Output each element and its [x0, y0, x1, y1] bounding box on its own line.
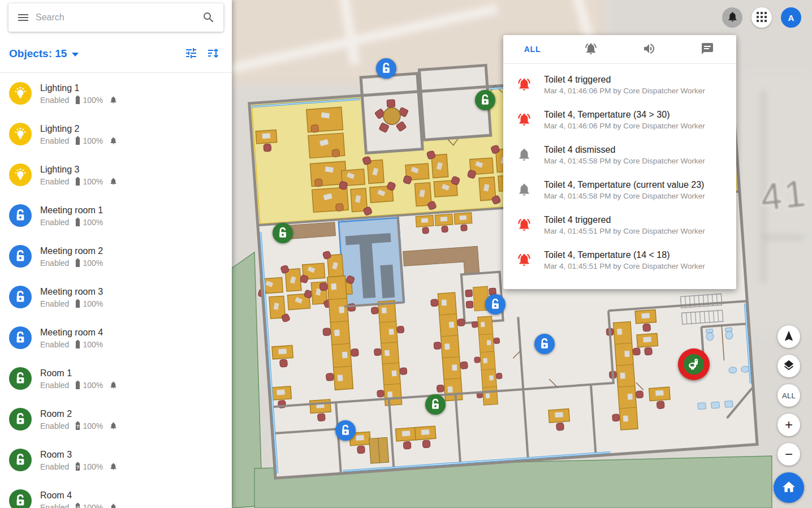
- menu-icon[interactable]: [16, 11, 30, 24]
- map-marker-toilet-alarm[interactable]: [678, 348, 710, 380]
- avatar[interactable]: A: [781, 7, 801, 28]
- list-item-lighting-3[interactable]: Lighting 3 Enabled100%: [0, 154, 232, 195]
- objects-count-dropdown[interactable]: Objects: 15: [9, 48, 79, 60]
- navigation-arrow-icon: [783, 330, 795, 344]
- list-item-meeting-room-4[interactable]: Meeting room 4 Enabled100%: [0, 317, 232, 358]
- objects-header: Objects: 15: [0, 41, 232, 67]
- lock-open-icon: [9, 326, 32, 349]
- notifications-button[interactable]: [722, 7, 742, 28]
- apps-grid-button[interactable]: [751, 7, 772, 28]
- list-item-lighting-1[interactable]: Lighting 1 Enabled100%: [0, 73, 232, 114]
- chevron-down-icon: [72, 53, 79, 57]
- home-button[interactable]: [774, 472, 804, 503]
- battery-icon: [75, 218, 81, 227]
- home-icon: [781, 480, 796, 496]
- search-icon[interactable]: [202, 11, 215, 24]
- bell-icon: [727, 11, 738, 24]
- bell-icon: [517, 182, 532, 197]
- battery-icon: [75, 96, 81, 105]
- list-item-meeting-room-2[interactable]: Meeting room 2 Enabled100%: [0, 236, 232, 277]
- notifications-tabs: ALL: [503, 35, 736, 64]
- alarm-bell-icon: [517, 252, 532, 267]
- alarm-bell-icon: [517, 112, 532, 127]
- lock-open-icon: [9, 245, 32, 268]
- map-marker-lock-open-blue[interactable]: [485, 294, 506, 315]
- volume-icon: [642, 42, 656, 57]
- sort-icon: [206, 53, 220, 62]
- lock-open-icon: [9, 367, 32, 390]
- map-marker-lock-open-green[interactable]: [475, 90, 495, 110]
- compass-button[interactable]: [778, 325, 800, 348]
- notification-item[interactable]: Toilet 4, Tempertature (34 > 30)Mar 4, 0…: [503, 102, 736, 137]
- battery-icon: [75, 259, 81, 268]
- battery-icon: [75, 177, 81, 186]
- sort-button[interactable]: [206, 46, 221, 61]
- battery-unknown-icon: [75, 462, 81, 471]
- lightbulb-icon: [9, 82, 32, 105]
- tab-messages[interactable]: [678, 35, 736, 63]
- layers-button[interactable]: [778, 355, 800, 377]
- objects-count-label: Objects: 15: [9, 48, 67, 60]
- notification-item[interactable]: Toilet 4, Tempertature (14 < 18)Mar 4, 0…: [503, 242, 736, 277]
- tab-alarms[interactable]: [562, 35, 620, 63]
- lock-open-icon: [9, 286, 32, 308]
- tab-sounds[interactable]: [620, 35, 678, 63]
- bell-icon: [109, 96, 118, 104]
- alarm-bell-icon: [517, 77, 532, 92]
- map-marker-lock-open-green[interactable]: [273, 223, 293, 243]
- battery-icon: [75, 381, 81, 390]
- apps-grid-icon: [757, 12, 767, 24]
- battery-icon: [75, 340, 81, 349]
- list-item-room-1[interactable]: Room 1 Enabled100%: [0, 358, 232, 399]
- map-marker-lock-open-blue[interactable]: [335, 420, 356, 441]
- notification-item[interactable]: Toilet 4, Tempertature (current value 23…: [503, 172, 736, 207]
- lock-open-icon: [9, 449, 32, 471]
- show-all-floors-button[interactable]: ALL: [778, 384, 800, 407]
- bell-icon: [109, 462, 118, 471]
- search-input[interactable]: [36, 12, 196, 23]
- bell-icon: [109, 136, 118, 145]
- map-marker-lock-open-blue[interactable]: [376, 58, 396, 79]
- lightbulb-icon: [9, 163, 32, 186]
- notification-item[interactable]: Toilet 4 triggeredMar 4, 01:46:06 PM by …: [503, 67, 736, 102]
- search-bar[interactable]: [8, 3, 223, 32]
- battery-unknown-icon: [75, 503, 81, 508]
- floor-plan-map[interactable]: 41 ALL Toilet 4 triggeredMar 4, 01:46:06: [232, 0, 812, 508]
- map-marker-lock-open-green[interactable]: [425, 394, 446, 415]
- object-list: Lighting 1 Enabled100% Lighting 2 Enable…: [0, 73, 232, 508]
- list-item-room-4[interactable]: Room 4 Enabled100%: [0, 480, 232, 508]
- alarm-bell-icon: [517, 217, 532, 232]
- battery-unknown-icon: [75, 421, 81, 430]
- bell-icon: [109, 381, 118, 389]
- filter-button[interactable]: [184, 46, 198, 61]
- map-marker-lock-open-blue[interactable]: [534, 334, 555, 354]
- zoom-in-button[interactable]: +: [778, 414, 800, 436]
- notification-item[interactable]: Toilet 4 triggeredMar 4, 01:45:51 PM by …: [503, 207, 736, 242]
- alarm-bell-icon: [584, 42, 598, 57]
- battery-icon: [75, 299, 81, 308]
- tune-icon: [184, 53, 198, 62]
- tab-all[interactable]: ALL: [503, 35, 562, 63]
- smart-building-app: 41 ALL Toilet 4 triggeredMar 4, 01:46:06: [0, 0, 812, 508]
- lock-open-icon: [9, 489, 32, 508]
- list-item-room-3[interactable]: Room 3 Enabled100%: [0, 440, 232, 480]
- notification-item[interactable]: Toilet 4 dismissed: [503, 277, 736, 289]
- list-item-lighting-2[interactable]: Lighting 2 Enabled100%: [0, 114, 232, 154]
- notifications-list: Toilet 4 triggeredMar 4, 01:46:06 PM by …: [503, 64, 736, 289]
- zoom-out-button[interactable]: −: [778, 443, 800, 466]
- toilet-icon: [684, 354, 704, 374]
- bell-icon: [109, 177, 118, 186]
- building-number-label: 41: [759, 172, 810, 218]
- notification-item[interactable]: Toilet 4 dismissedMar 4, 01:45:58 PM by …: [503, 137, 736, 172]
- sidebar: Objects: 15 Lighting 1 Enabled100% Light…: [0, 0, 232, 508]
- lock-open-icon: [9, 408, 32, 430]
- layers-icon: [783, 359, 795, 373]
- list-item-meeting-room-3[interactable]: Meeting room 3 Enabled100%: [0, 277, 232, 317]
- list-item-meeting-room-1[interactable]: Meeting room 1 Enabled100%: [0, 195, 232, 236]
- bell-icon: [517, 287, 532, 289]
- bell-icon: [517, 147, 532, 162]
- list-item-room-2[interactable]: Room 2 Enabled100%: [0, 399, 232, 440]
- lock-open-icon: [9, 204, 32, 227]
- bell-icon: [109, 503, 118, 508]
- bell-icon: [109, 421, 118, 430]
